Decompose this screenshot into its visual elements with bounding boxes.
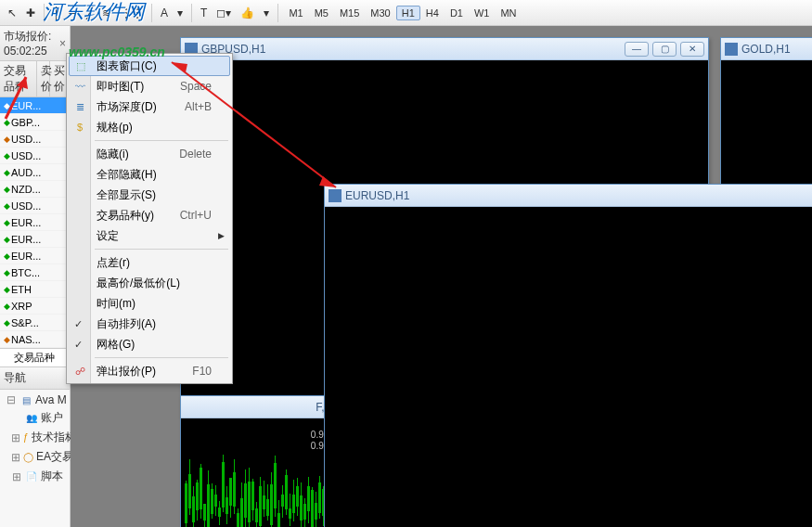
symbol-row[interactable]: ◆BTC...	[0, 264, 70, 281]
menu-item[interactable]: 时间(m)	[69, 293, 230, 314]
timeframe-h4[interactable]: H4	[420, 6, 445, 20]
crosshair-tool-icon[interactable]: ✚	[22, 5, 39, 21]
menu-item-label: 自动排列(A)	[97, 316, 212, 332]
chart-canvas[interactable]	[325, 207, 812, 527]
close-icon[interactable]: ×	[59, 37, 66, 50]
titlebar[interactable]: EURUSD,H1	[325, 185, 812, 207]
hline-tool-icon[interactable]: ─	[66, 5, 82, 21]
nav-item-icon: ƒ	[23, 431, 29, 444]
symbol-row[interactable]: ◆USD...	[0, 198, 70, 214]
symbol-row[interactable]: ◆USD...	[0, 148, 70, 164]
trendline-tool-icon[interactable]: ╱	[83, 5, 97, 21]
minimize-button[interactable]: —	[625, 42, 649, 57]
menu-item-icon: ≣	[72, 99, 87, 114]
direction-up-icon: ◆	[2, 268, 11, 277]
menu-item[interactable]: 全部显示(S)	[69, 185, 230, 205]
titlebar[interactable]: GBPUSD,H1 — ▢ ✕	[181, 38, 708, 60]
menu-item[interactable]: 最高价/最低价(L)	[69, 273, 230, 293]
menu-item[interactable]: ✓自动排列(A)	[69, 314, 230, 334]
cursor-tool-icon[interactable]: ↖	[4, 5, 20, 21]
check-icon: ✓	[74, 339, 83, 351]
symbol-row[interactable]: ◆GBP...	[0, 114, 70, 131]
menu-item-label: 时间(m)	[97, 296, 212, 312]
symbol-row[interactable]: ◆S&P...	[0, 315, 70, 331]
nav-item-label: EA交易	[36, 449, 73, 465]
direction-up-icon: ◆	[2, 302, 11, 311]
menu-item[interactable]: ☍弹出报价(P)F10	[69, 361, 230, 381]
direction-up-icon: ◆	[2, 251, 11, 261]
symbol-row[interactable]: ◆EUR...	[0, 97, 70, 114]
label-tool-icon[interactable]: T	[197, 5, 211, 21]
arrow-dropdown-icon[interactable]: ▾	[260, 5, 273, 21]
chart-window-eurusd[interactable]: EURUSD,H1	[324, 184, 812, 527]
menu-item[interactable]: 隐藏(i)Delete	[69, 144, 230, 164]
symbol-row[interactable]: ◆EUR...	[0, 248, 70, 264]
direction-down-icon: ◆	[2, 335, 11, 344]
menu-item[interactable]: ✓网格(G)	[69, 334, 230, 354]
timeframe-w1[interactable]: W1	[469, 6, 496, 20]
timeframe-h1[interactable]: H1	[396, 6, 420, 20]
symbol-row[interactable]: ◆ETH	[0, 281, 70, 298]
fibo-tool-icon[interactable]: ⋮⋮	[117, 5, 147, 21]
market-watch-columns: 交易品种 卖价 买价	[0, 61, 70, 97]
nav-item[interactable]: ⊞ƒ技术指标	[2, 428, 68, 447]
menu-item[interactable]: ⬚图表窗口(C)	[69, 56, 230, 76]
symbol-row[interactable]: ◆USD...	[0, 131, 70, 148]
vline-tool-icon[interactable]: │	[49, 5, 64, 21]
timeframe-mn[interactable]: MN	[495, 6, 522, 20]
nav-item[interactable]: ⊞◯EA交易	[2, 447, 68, 467]
timeframe-m5[interactable]: M5	[309, 6, 334, 20]
chart-canvas[interactable]: 0.90208 0.90249	[181, 418, 346, 527]
direction-up-icon: ◆	[2, 201, 11, 211]
menu-item-shortcut: F10	[192, 365, 212, 378]
navigator-header: 导航	[0, 366, 70, 390]
text-dropdown-icon[interactable]: ▾	[174, 5, 187, 21]
direction-up-icon: ◆	[2, 185, 11, 194]
symbol-row[interactable]: ◆NZD...	[0, 181, 70, 198]
symbol-name: AUD...	[11, 167, 68, 178]
menu-item-label: 弹出报价(P)	[97, 364, 174, 379]
nav-item-label: 技术指标	[32, 430, 76, 445]
tab-symbols[interactable]: 交易品种	[0, 349, 70, 366]
menu-item[interactable]: $规格(p)	[69, 117, 230, 137]
symbol-name: EUR...	[11, 217, 68, 228]
nav-root[interactable]: ⊟ ▤ Ava M	[2, 392, 68, 408]
menu-item[interactable]: 点差(r)	[69, 252, 230, 273]
symbol-name: USD...	[11, 150, 68, 161]
menu-item-shortcut: Ctrl+U	[180, 209, 212, 222]
menu-item[interactable]: 交易品种(y)Ctrl+U	[69, 205, 230, 225]
chart-window-bottom[interactable]: F,H4 0.90208 0.90249	[180, 395, 347, 527]
nav-item[interactable]: ⊞📄脚本	[2, 467, 68, 486]
menu-item[interactable]: 设定▶	[69, 225, 230, 246]
menu-item-icon: ⬚	[73, 58, 88, 73]
nav-item-icon: ◯	[23, 451, 33, 464]
menu-item[interactable]: ≣市场深度(D)Alt+B	[69, 96, 230, 117]
timeframe-d1[interactable]: D1	[445, 6, 469, 20]
close-button[interactable]: ✕	[680, 42, 704, 57]
menu-item-shortcut: Space	[180, 80, 212, 93]
symbol-row[interactable]: ◆EUR...	[0, 231, 70, 248]
nav-item-label: 账户	[41, 410, 63, 426]
menu-item-label: 全部显示(S)	[97, 187, 212, 203]
symbol-row[interactable]: ◆AUD...	[0, 164, 70, 181]
timeframe-m15[interactable]: M15	[334, 6, 365, 20]
symbol-row[interactable]: ◆EUR...	[0, 214, 70, 231]
titlebar[interactable]: GOLD,H1	[721, 38, 812, 60]
window-title: GOLD,H1	[741, 43, 812, 56]
timeframe-m1[interactable]: M1	[283, 6, 308, 20]
menu-item-icon: ☍	[72, 364, 87, 379]
menu-item[interactable]: 〰即时图(T)Space	[69, 76, 230, 96]
shapes-dropdown-icon[interactable]: ◻▾	[213, 5, 235, 21]
nav-item[interactable]: 👥账户	[2, 408, 68, 428]
timeframe-m30[interactable]: M30	[365, 6, 395, 20]
channel-tool-icon[interactable]: ≋	[98, 5, 115, 21]
symbol-name: ETH	[11, 284, 68, 295]
symbol-row[interactable]: ◆NAS...	[0, 331, 70, 348]
menu-item[interactable]: 全部隐藏(H)	[69, 164, 230, 185]
titlebar[interactable]: F,H4	[181, 396, 346, 418]
maximize-button[interactable]: ▢	[652, 42, 677, 57]
menu-item-shortcut: Alt+B	[185, 100, 212, 113]
thumbs-up-icon[interactable]: 👍	[237, 5, 258, 21]
text-tool-button[interactable]: A	[157, 5, 172, 21]
symbol-row[interactable]: ◆XRP	[0, 298, 70, 315]
